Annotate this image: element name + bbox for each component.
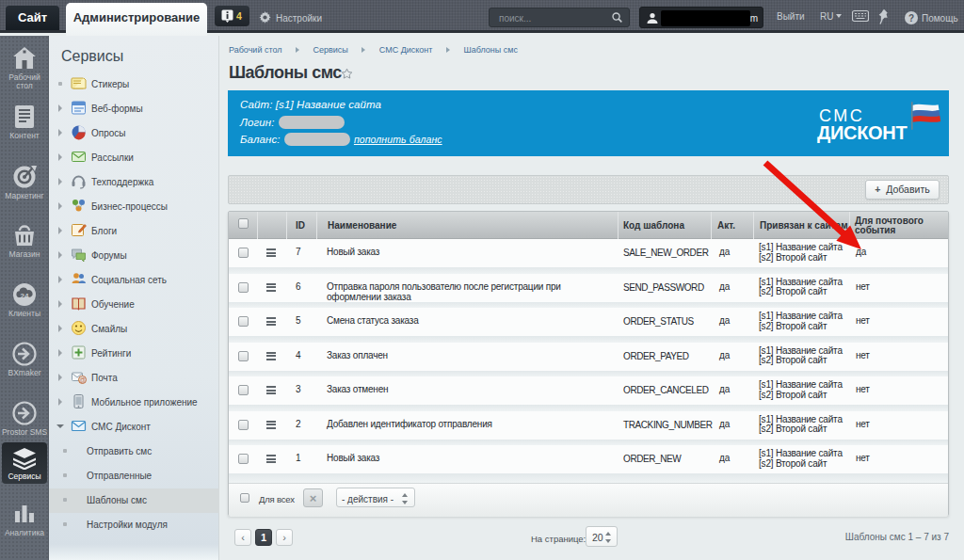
- svg-text:@: @: [79, 376, 86, 383]
- svg-text:24: 24: [21, 292, 29, 300]
- svg-text:?: ?: [908, 13, 914, 24]
